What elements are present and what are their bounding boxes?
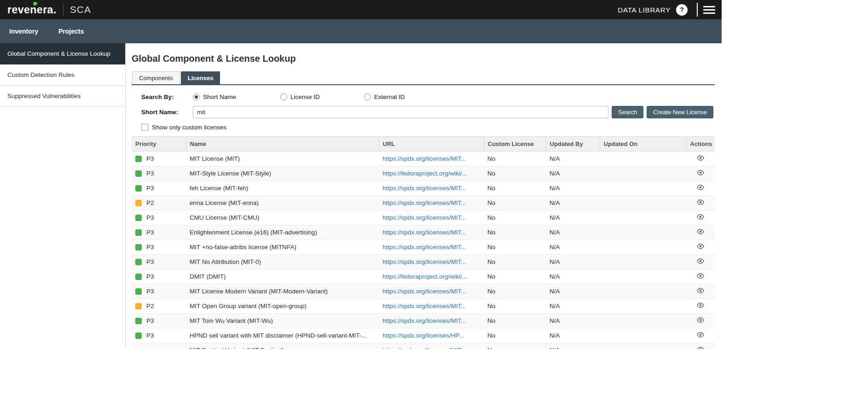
table-row: P3 CMU License (MIT-CMU) https://spdx.or… [132, 210, 715, 225]
search-by-radio-group: Short Name License ID External ID [193, 93, 449, 100]
table-row: P3 MIT Tom Wu Variant (MIT-Wu) https://s… [132, 314, 715, 328]
view-license-icon[interactable] [697, 198, 704, 206]
search-button[interactable]: Search [612, 106, 643, 118]
updated-on-value [600, 166, 686, 181]
priority-label: P3 [146, 155, 154, 162]
nav-item-projects[interactable]: Projects [58, 28, 84, 35]
license-name: Enlightenment License (e16) (MIT-adverti… [186, 225, 379, 240]
col-priority: Priority [132, 137, 186, 152]
short-name-input[interactable] [193, 106, 608, 118]
table-row: P3 Enlightenment License (e16) (MIT-adve… [132, 225, 715, 240]
data-library-link[interactable]: DATA LIBRARY [618, 6, 671, 14]
priority-label: P3 [146, 273, 154, 280]
view-license-icon[interactable] [697, 316, 704, 324]
license-url-link[interactable]: https://spdx.org/licenses/MIT... [382, 244, 466, 251]
priority-badge [135, 244, 142, 251]
updated-by-value: N/A [546, 181, 600, 196]
custom-license-value: No [484, 343, 546, 350]
page-title: Global Component & License Lookup [132, 53, 715, 64]
view-license-icon[interactable] [697, 154, 704, 162]
license-name: HPND sell variant with MIT disclaimer (H… [186, 328, 379, 343]
view-license-icon[interactable] [697, 287, 704, 294]
updated-on-value [600, 225, 686, 240]
view-license-icon[interactable] [697, 184, 704, 191]
view-license-icon[interactable] [697, 228, 704, 235]
license-url-link[interactable]: https://spdx.org/licenses/MIT... [382, 185, 466, 192]
nav-item-inventory[interactable]: Inventory [9, 28, 38, 35]
license-url-link[interactable]: https://fedoraproject.org/wiki/... [382, 273, 467, 280]
table-row: P3 MIT License Modern Variant (MIT-Moder… [132, 284, 715, 299]
license-url-link[interactable]: https://spdx.org/licenses/MIT... [382, 258, 466, 265]
priority-badge [135, 274, 142, 280]
table-row: MIT Festival Variant (MIT-Festival) http… [132, 343, 715, 350]
updated-by-value: N/A [546, 166, 600, 181]
license-name: feh License (MIT-feh) [186, 181, 379, 196]
product-name: SCA [70, 4, 91, 15]
view-license-icon[interactable] [697, 346, 704, 349]
priority-label: P3 [146, 214, 154, 221]
radio-short-name[interactable]: Short Name [193, 93, 236, 100]
col-updated-by: Updated By [546, 137, 600, 152]
license-name: MIT Festival Variant (MIT-Festival) [186, 343, 379, 350]
license-url-link[interactable]: https://spdx.org/licenses/MIT... [382, 317, 466, 324]
logo-text: revenera. [7, 4, 57, 16]
radio-external-id[interactable]: External ID [364, 93, 405, 100]
updated-on-value [600, 152, 686, 166]
sidebar-item-global-lookup[interactable]: Global Component & License Lookup [0, 43, 125, 64]
sidebar-item-suppressed-vulnerabilities[interactable]: Suppressed Vulnerabilities [0, 86, 125, 107]
view-license-icon[interactable] [697, 272, 704, 280]
view-license-icon[interactable] [697, 331, 704, 338]
priority-label: P3 [146, 288, 154, 295]
view-license-icon[interactable] [697, 213, 704, 221]
main-content: Global Component & License Lookup Compon… [126, 43, 722, 349]
help-icon[interactable]: ? [676, 4, 688, 16]
priority-label: P3 [146, 170, 154, 177]
updated-by-value: N/A [546, 269, 600, 284]
tab-components[interactable]: Components [132, 71, 180, 84]
view-license-icon[interactable] [697, 302, 704, 309]
license-url-link[interactable]: https://spdx.org/licenses/MIT... [382, 347, 466, 349]
license-url-link[interactable]: https://spdx.org/licenses/MIT... [382, 155, 466, 162]
license-url-link[interactable]: https://spdx.org/licenses/HP... [382, 332, 464, 339]
sidebar-item-custom-detection-rules[interactable]: Custom Detection Rules [0, 64, 125, 86]
show-custom-checkbox[interactable] [141, 124, 148, 131]
view-license-icon[interactable] [697, 257, 704, 265]
radio-control-license-id [280, 93, 287, 100]
table-row: P3 MIT License (MIT) https://spdx.org/li… [132, 152, 715, 166]
updated-by-value: N/A [546, 255, 600, 269]
license-url-link[interactable]: https://spdx.org/licenses/MIT... [382, 199, 466, 206]
priority-label: P2 [146, 199, 154, 206]
sidebar: Global Component & License Lookup Custom… [0, 43, 126, 349]
revenera-logo[interactable]: revenera. [7, 4, 57, 16]
priority-badge [135, 170, 142, 177]
table-row: P3 feh License (MIT-feh) https://spdx.or… [132, 181, 715, 196]
create-new-license-button[interactable]: Create New License [647, 106, 713, 118]
radio-license-id[interactable]: License ID [280, 93, 320, 100]
custom-license-value: No [484, 196, 546, 210]
license-url-link[interactable]: https://spdx.org/licenses/MIT... [382, 229, 466, 236]
license-url-link[interactable]: https://fedoraproject.org/wiki/... [382, 170, 467, 177]
license-url-link[interactable]: https://spdx.org/licenses/MIT... [382, 214, 466, 221]
priority-badge [135, 156, 142, 162]
custom-license-value: No [484, 240, 546, 255]
updated-on-value [600, 328, 686, 343]
table-row: P3 DMIT (DMIT) https://fedoraproject.org… [132, 269, 715, 284]
priority-badge [135, 229, 142, 236]
menu-divider [697, 3, 698, 17]
table-row: P3 MIT No Attribution (MIT-0) https://sp… [132, 255, 715, 269]
view-license-icon[interactable] [697, 243, 704, 250]
priority-label: P3 [146, 185, 154, 192]
license-url-link[interactable]: https://spdx.org/licenses/MIT... [382, 303, 466, 309]
priority-label: P3 [146, 332, 154, 339]
custom-license-value: No [484, 314, 546, 328]
radio-label: Short Name [203, 93, 236, 100]
priority-label: P3 [146, 229, 154, 236]
license-url-link[interactable]: https://spdx.org/licenses/MIT... [382, 288, 466, 295]
hamburger-menu-icon[interactable] [703, 6, 715, 14]
search-panel: Search By: Short Name License ID Exte [132, 93, 715, 131]
top-bar: revenera. SCA DATA LIBRARY ? [0, 0, 722, 19]
app-window: revenera. SCA DATA LIBRARY ? Inventory P… [0, 0, 722, 349]
priority-label: P3 [146, 258, 154, 265]
tab-licenses[interactable]: Licenses [181, 71, 220, 84]
view-license-icon[interactable] [697, 169, 704, 176]
